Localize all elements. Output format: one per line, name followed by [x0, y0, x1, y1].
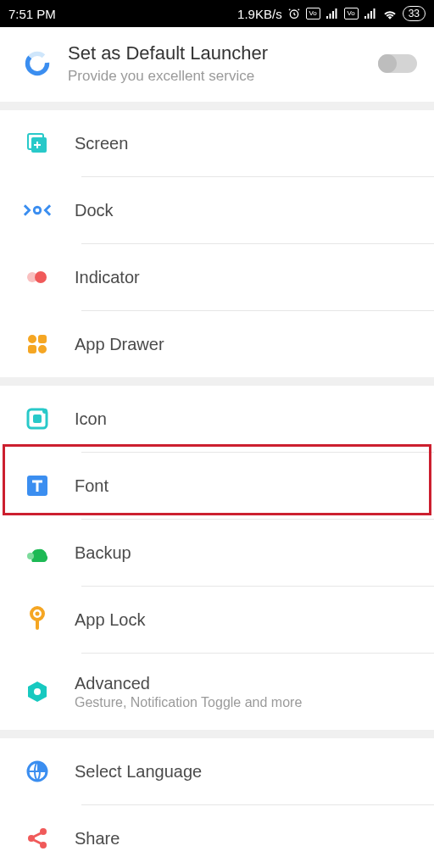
settings-item-indicator[interactable]: Indicator	[0, 244, 434, 310]
screen-icon	[24, 130, 51, 157]
section-gap	[0, 377, 434, 386]
svg-point-6	[34, 207, 41, 214]
settings-item-dock[interactable]: Dock	[0, 177, 434, 243]
icon-icon	[24, 405, 51, 432]
svg-point-22	[34, 688, 41, 695]
default-launcher-toggle[interactable]	[378, 54, 417, 73]
status-right: 1.9KB/s Vo Vo 33	[237, 6, 426, 21]
settings-item-icon[interactable]: Icon	[0, 386, 434, 452]
signal-icon-2	[364, 8, 377, 19]
group-1: Screen Dock Indicator App Drawer	[0, 110, 434, 377]
item-label: Icon	[75, 409, 417, 429]
backup-icon	[24, 539, 51, 566]
settings-item-font[interactable]: Font	[0, 453, 434, 519]
settings-item-appdrawer[interactable]: App Drawer	[0, 311, 434, 377]
item-label: App Lock	[75, 610, 417, 630]
group-2: Icon Font Backup App Lock	[0, 386, 434, 730]
item-sub: Gesture, Notification Toggle and more	[75, 695, 417, 710]
svg-point-9	[28, 335, 36, 343]
share-icon	[24, 825, 51, 852]
status-time: 7:51 PM	[8, 7, 56, 21]
volte-icon-2: Vo	[344, 8, 359, 19]
dock-icon	[24, 197, 51, 224]
font-icon	[24, 472, 51, 499]
svg-point-15	[42, 409, 47, 414]
gear-icon	[24, 50, 51, 77]
wifi-icon	[382, 8, 398, 19]
svg-point-17	[27, 553, 34, 559]
svg-rect-11	[28, 345, 36, 353]
indicator-icon	[24, 264, 51, 291]
status-data-rate: 1.9KB/s	[237, 7, 282, 21]
item-label: Screen	[75, 134, 417, 153]
item-label: App Drawer	[75, 335, 417, 354]
settings-item-screen[interactable]: Screen	[0, 110, 434, 176]
item-label: Font	[75, 476, 417, 496]
svg-rect-20	[36, 618, 39, 630]
svg-point-19	[36, 612, 40, 616]
settings-item-advanced[interactable]: Advanced Gesture, Notification Toggle an…	[0, 654, 434, 730]
globe-icon	[24, 758, 51, 785]
settings-item-applock[interactable]: App Lock	[0, 587, 434, 653]
svg-point-8	[35, 271, 47, 283]
app-lock-icon	[24, 606, 51, 633]
app-drawer-icon	[24, 331, 51, 358]
item-label: Dock	[75, 201, 417, 220]
volte-icon-1: Vo	[306, 8, 320, 19]
settings-item-backup[interactable]: Backup	[0, 520, 434, 586]
svg-rect-10	[38, 335, 47, 343]
settings-item-language[interactable]: Select Language	[0, 738, 434, 804]
item-label: Indicator	[75, 268, 417, 287]
item-label: Advanced	[75, 674, 417, 693]
signal-icon-1	[326, 8, 339, 19]
svg-point-3	[33, 59, 42, 69]
advanced-icon	[24, 678, 51, 705]
item-label: Select Language	[75, 762, 417, 782]
default-launcher-row[interactable]: Set as Default Launcher Provide you exce…	[0, 27, 434, 102]
group-3: Select Language Share	[0, 738, 434, 868]
alarm-icon	[287, 7, 301, 20]
svg-rect-14	[33, 415, 42, 423]
settings-item-share[interactable]: Share	[0, 805, 434, 868]
header-title: Set as Default Launcher	[68, 42, 378, 64]
status-bar: 7:51 PM 1.9KB/s Vo Vo 33	[0, 0, 434, 27]
section-gap	[0, 102, 434, 110]
header-subtitle: Provide you excellent service	[68, 68, 378, 85]
item-label: Share	[75, 829, 417, 849]
section-gap	[0, 730, 434, 738]
svg-point-12	[38, 345, 47, 353]
battery-indicator: 33	[403, 6, 426, 21]
item-label: Backup	[75, 543, 417, 563]
